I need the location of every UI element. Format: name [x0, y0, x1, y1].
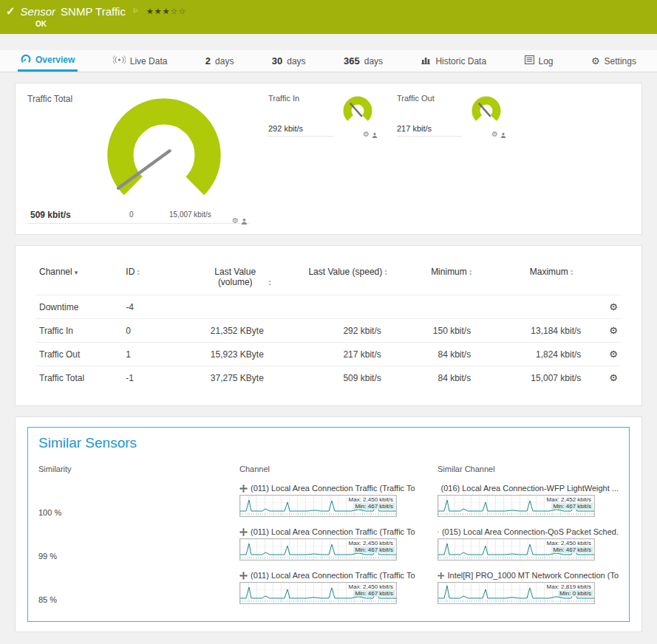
channel-name[interactable]: Traffic In — [36, 319, 123, 343]
channel-volume — [186, 295, 289, 319]
tab-365-days[interactable]: 365 days — [341, 50, 386, 72]
priority-stars[interactable]: ★★★☆☆ — [146, 7, 186, 16]
channel-settings-gear-icon[interactable]: ⚙ — [609, 325, 618, 336]
minigraph-max-label: Max: 2,450 kbit/s — [347, 540, 395, 547]
minigraph-max-label: Max: 2,450 kbit/s — [347, 496, 395, 503]
user-icon[interactable] — [241, 214, 248, 227]
tab-30-days[interactable]: 30 days — [269, 50, 309, 72]
channel-min: 150 kbit/s — [406, 319, 496, 343]
channel-min — [406, 295, 496, 319]
channel-link[interactable]: (011) Local Area Connection Traffic (Tra… — [239, 571, 438, 580]
similar-channel-minigraph[interactable]: Max: 2,819 kbit/sMin: 0 kbit/s — [438, 582, 595, 604]
tab-settings-label: Settings — [605, 56, 636, 66]
channel-minigraph[interactable]: Max: 2,450 kbit/sMin: 467 kbit/s — [239, 538, 397, 561]
channel-speed: 217 kbit/s — [289, 343, 406, 366]
similar-channel-minigraph[interactable]: Max: 2,450 kbit/sMin: 467 kbit/s — [438, 538, 595, 561]
user-icon[interactable] — [500, 128, 506, 141]
tab-overview[interactable]: Overview — [18, 50, 78, 72]
similar-sensor-row: 99 % (011) Local Area Connection Traffic… — [38, 527, 619, 561]
minigraph-max-label: Max: 2,819 kbit/s — [545, 583, 593, 590]
col-header-minimum[interactable]: Minimum▴▾ — [406, 264, 496, 295]
tab-live-data[interactable]: Live Data — [110, 50, 171, 72]
similar-channel-link[interactable]: Intel[R] PRO_1000 MT Network Connection … — [438, 571, 619, 580]
channel-name[interactable]: Traffic Out — [36, 343, 123, 366]
gauge-current-value: 217 kbit/s — [397, 124, 432, 133]
tab-2-days-number: 2 — [205, 55, 211, 66]
minigraph-min-label: Min: 467 kbit/s — [353, 547, 395, 553]
channel-row-traffic-out: Traffic Out 1 15,923 KByte 217 kbit/s 84… — [36, 343, 621, 366]
col-header-channel[interactable]: Channel▾ — [36, 264, 123, 295]
traffic-out-gauge-arc — [469, 94, 503, 128]
status-ok-check-icon: ✓ — [6, 4, 16, 18]
channel-settings-gear-icon[interactable]: ⚙ — [609, 372, 618, 383]
channel-settings-gear-icon[interactable]: ⚙ — [609, 349, 618, 360]
similar-channel-link[interactable]: (015) Local Area Connection-QoS Packet S… — [438, 527, 619, 536]
gauge-title: Traffic Out — [397, 94, 462, 103]
channel-minigraph[interactable]: Max: 2,450 kbit/sMin: 467 kbit/s — [239, 582, 397, 604]
move-crosshair-icon — [239, 528, 248, 536]
channel-speed: 292 kbit/s — [289, 319, 406, 343]
channel-max: 1,824 kbit/s — [496, 343, 606, 366]
channel-min: 84 kbit/s — [406, 366, 496, 390]
minigraph-min-label: Min: 0 kbit/s — [558, 590, 593, 597]
tab-historic-data[interactable]: Historic Data — [418, 50, 489, 72]
traffic-out-gauge: Traffic Out 217 kbit/s ⚙ — [397, 94, 503, 141]
live-data-broadcast-icon — [113, 55, 126, 66]
similarity-value: 100 % — [38, 484, 239, 517]
col-header-id[interactable]: ID▴▾ — [123, 264, 185, 295]
move-crosshair-icon — [239, 484, 248, 493]
channel-name[interactable]: Traffic Total — [36, 366, 123, 390]
minigraph-min-label: Min: 467 kbit/s — [551, 547, 593, 553]
tab-historic-data-label: Historic Data — [435, 56, 486, 66]
tab-live-data-label: Live Data — [130, 56, 168, 66]
minigraph-max-label: Max: 2,450 kbit/s — [347, 583, 395, 590]
move-crosshair-icon — [239, 572, 248, 580]
col-header-last-value-speed[interactable]: Last Value (speed)▴▾ — [289, 264, 406, 295]
tab-2-days-label: days — [215, 56, 234, 66]
channel-row-downtime: Downtime -4 ⚙ — [36, 295, 621, 319]
historic-chart-icon — [421, 55, 431, 66]
tab-365-days-number: 365 — [344, 55, 360, 66]
channel-max — [496, 295, 606, 319]
col-header-last-value-volume[interactable]: Last Value (volume)▴▾ — [186, 264, 289, 295]
gauge-scale-min: 0 — [129, 210, 134, 219]
channel-max: 13,184 kbit/s — [496, 319, 606, 343]
channel-volume: 37,275 KByte — [186, 366, 289, 390]
tab-settings[interactable]: ⚙ Settings — [588, 50, 639, 72]
channel-minigraph[interactable]: Max: 2,450 kbit/sMin: 467 kbit/s — [239, 495, 397, 517]
similar-sensors-title: Similar Sensors — [38, 435, 619, 451]
gauge-current-value: 509 kbit/s — [30, 210, 71, 220]
channel-link[interactable]: (011) Local Area Connection Traffic (Tra… — [239, 484, 438, 493]
move-crosshair-icon — [438, 484, 438, 493]
gear-icon[interactable]: ⚙ — [363, 131, 370, 138]
overview-gauge-icon — [21, 54, 31, 66]
channel-id: -1 — [123, 366, 185, 390]
tab-log[interactable]: Log — [522, 50, 556, 72]
gear-icon[interactable]: ⚙ — [232, 217, 239, 225]
channel-link[interactable]: (011) Local Area Connection Traffic (Tra… — [239, 527, 438, 536]
tab-log-label: Log — [539, 56, 554, 66]
channel-id: 0 — [123, 319, 185, 343]
channels-table: Channel▾ ID▴▾ Last Value (volume)▴▾ Last… — [36, 264, 621, 389]
similar-sensors-box: Similar Sensors Similarity Channel Simil… — [27, 427, 630, 622]
channel-name[interactable]: Downtime — [36, 295, 123, 319]
tab-2-days[interactable]: 2 days — [202, 50, 237, 72]
flag-icon[interactable]: ⚐ — [132, 7, 138, 15]
channel-settings-gear-icon[interactable]: ⚙ — [609, 301, 618, 312]
similarity-value: 99 % — [38, 527, 239, 561]
minigraph-max-label: Max: 2,452 kbit/s — [545, 496, 593, 503]
channel-volume: 15,923 KByte — [186, 343, 289, 366]
log-list-icon — [525, 55, 534, 66]
user-icon[interactable] — [372, 128, 378, 141]
similar-channel-link[interactable]: (016) Local Area Connection-WFP LightWei… — [438, 484, 619, 493]
minigraph-max-label: Max: 2,450 kbit/s — [545, 540, 593, 547]
similar-channel-minigraph[interactable]: Max: 2,452 kbit/sMin: 467 kbit/s — [438, 495, 595, 517]
channel-max: 15,007 kbit/s — [496, 366, 606, 390]
sensor-header: ✓ Sensor SNMP Traffic ⚐ ★★★☆☆ OK — [0, 0, 657, 34]
col-header-maximum[interactable]: Maximum▴▾ — [496, 264, 606, 295]
gear-icon[interactable]: ⚙ — [491, 131, 498, 138]
object-kind-label: Sensor — [21, 5, 56, 18]
gear-icon: ⚙ — [591, 55, 600, 66]
move-crosshair-icon — [438, 528, 439, 536]
channel-speed — [289, 295, 406, 319]
